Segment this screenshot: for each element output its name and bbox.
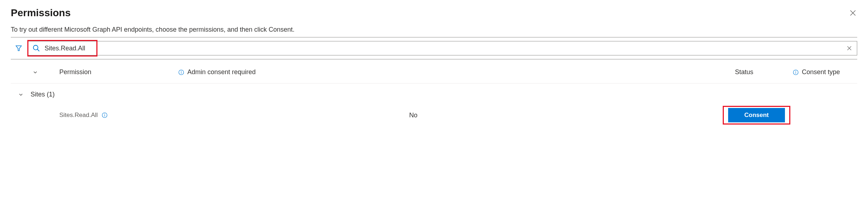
svg-point-12 (796, 71, 796, 71)
page-title: Permissions (11, 7, 71, 19)
svg-marker-2 (16, 46, 22, 50)
svg-point-9 (181, 71, 182, 71)
info-icon[interactable] (101, 112, 108, 118)
consent-button[interactable]: Consent (728, 108, 785, 122)
permission-name: Sites.Read.All (59, 112, 98, 119)
filter-icon[interactable] (15, 45, 22, 52)
chevron-down-icon[interactable] (18, 92, 24, 98)
svg-point-3 (33, 45, 38, 50)
clear-search-icon[interactable] (846, 45, 853, 51)
column-header-permission[interactable]: Permission (59, 68, 178, 76)
column-header-consent-type-label: Consent type (802, 68, 840, 76)
chevron-down-icon[interactable] (32, 69, 38, 75)
search-icon (32, 44, 40, 52)
table-row: Sites.Read.All No Consent (11, 104, 857, 127)
search-input[interactable] (45, 45, 846, 52)
info-icon[interactable] (792, 69, 799, 76)
admin-consent-value: No (178, 112, 721, 119)
group-row[interactable]: Sites (1) (11, 84, 857, 104)
info-icon[interactable] (178, 69, 184, 76)
svg-point-15 (104, 114, 105, 114)
column-header-admin-consent[interactable]: Admin consent required (178, 68, 735, 76)
table-header: Permission Admin consent required Status… (11, 59, 857, 84)
description-text: To try out different Microsoft Graph API… (11, 26, 857, 33)
search-box[interactable] (28, 41, 857, 55)
column-header-status[interactable]: Status (735, 68, 792, 76)
group-label: Sites (1) (31, 91, 55, 98)
svg-line-4 (37, 49, 40, 51)
column-header-admin-consent-label: Admin consent required (187, 68, 256, 76)
close-icon[interactable] (849, 9, 857, 17)
column-header-consent-type[interactable]: Consent type (792, 68, 857, 76)
